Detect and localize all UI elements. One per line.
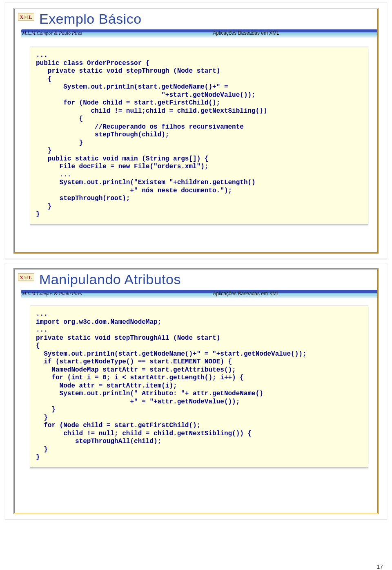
subtitle-right: Aplicações Baseadas em XML (213, 30, 279, 36)
header-bar: M.L.M.Campos & Paulo Pires Aplicações Ba… (18, 26, 377, 39)
svg-text:M: M (24, 274, 29, 281)
author-text: M.L.M.Campos & Paulo Pires (22, 30, 82, 36)
slide-manipulando-atributos: X M L Manipulando Atributos M.L.M.Campos… (5, 263, 387, 519)
code-content: ... public class OrderProcessor { privat… (36, 51, 363, 219)
xml-icon: X M L (18, 11, 34, 24)
slide-frame: X M L Exemplo Básico M.L.M.Campos & Paul… (13, 8, 379, 254)
svg-text:M: M (24, 14, 29, 20)
svg-text:L: L (29, 274, 32, 281)
header-bar: M.L.M.Campos & Paulo Pires Aplicações Ba… (18, 287, 377, 300)
slide-frame: X M L Manipulando Atributos M.L.M.Campos… (13, 268, 379, 514)
svg-text:X: X (20, 274, 24, 281)
slide-title: Exemplo Básico (39, 11, 142, 27)
title-area: X M L Manipulando Atributos M.L.M.Campos… (15, 269, 377, 300)
title-area: X M L Exemplo Básico M.L.M.Campos & Paul… (15, 9, 377, 39)
slide-title: Manipulando Atributos (39, 272, 181, 287)
slide-exemplo-basico: X M L Exemplo Básico M.L.M.Campos & Paul… (5, 2, 387, 259)
subtitle-right: Aplicações Baseadas em XML (213, 291, 279, 296)
code-content: ... import org.w3c.dom.NamedNodeMap; ...… (36, 310, 363, 462)
page-number: 17 (376, 563, 383, 570)
xml-icon: X M L (18, 271, 34, 284)
svg-text:X: X (20, 14, 24, 20)
svg-text:L: L (29, 14, 32, 20)
code-box: ... public class OrderProcessor { privat… (30, 47, 368, 225)
code-box: ... import org.w3c.dom.NamedNodeMap; ...… (30, 305, 368, 468)
author-text: M.L.M.Campos & Paulo Pires (22, 291, 82, 297)
